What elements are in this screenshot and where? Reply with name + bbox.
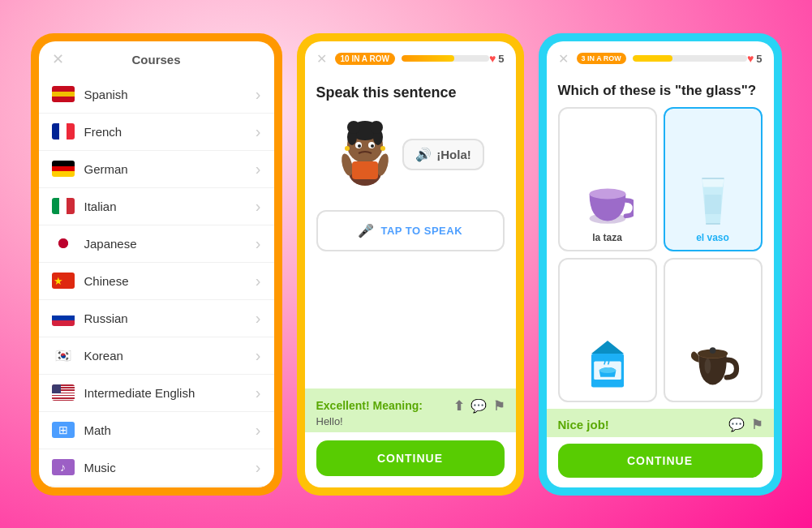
feedback-text: Hello! [316,415,505,427]
course-item-russian[interactable]: Russian› [39,300,274,337]
flag-germany [52,161,75,177]
svg-point-5 [347,121,360,134]
share-icon[interactable]: ⬆ [453,398,464,414]
speak-streak-badge: 10 IN A ROW [335,53,395,65]
chevron-right-icon: › [256,346,261,365]
course-item-chinese[interactable]: Chinese› [39,263,274,300]
microphone-icon: 🎤 [358,223,375,238]
quiz-panel-inner: ✕ 3 IN A ROW ♥ 5 Which of these is "the … [547,41,774,487]
speech-text: ¡Hola! [436,148,471,161]
course-list: Spanish›French›German›Italian›Japanese›C… [39,73,274,487]
tap-to-speak-button[interactable]: 🎤 TAP TO SPEAK [316,210,505,251]
speak-continue-button[interactable]: CONTINUE [316,440,505,476]
comment-icon[interactable]: 💬 [470,398,487,414]
speech-bubble: 🔊 ¡Hola! [402,139,484,170]
flag-korea: 🇰🇷 [52,347,75,363]
chevron-right-icon: › [256,384,261,402]
course-name-label: Russian [84,311,256,325]
quiz-streak-badge: 3 IN A ROW [577,53,626,64]
speak-progress-bar-bg [402,55,489,62]
flag-math: ⊞ [52,422,75,438]
courses-panel-inner: ✕ Courses Spanish›French›German›Italian›… [39,41,274,487]
course-name-label: Music [84,461,256,474]
chevron-right-icon: › [256,160,261,178]
chevron-right-icon: › [256,122,261,141]
course-name-label: Math [84,423,256,437]
quiz-question: Which of these is "the glass"? [547,76,774,107]
speak-progress-wrap: 10 IN A ROW [335,53,489,65]
option-glass-label: el vaso [696,232,729,243]
course-item-music[interactable]: ♪Music› [39,449,274,487]
quiz-flag-icon[interactable]: ⚑ [751,417,763,432]
course-name-label: French [84,125,256,139]
speak-title: Speak this sentence [305,76,516,106]
quiz-top: ✕ 3 IN A ROW ♥ 5 [547,41,774,76]
chevron-right-icon: › [256,85,261,104]
course-item-german[interactable]: German› [39,151,274,188]
quiz-bar-fill [633,55,672,62]
courses-title: Courses [131,53,180,67]
svg-point-10 [371,144,374,148]
course-name-label: German [84,162,256,176]
quiz-bar-bg [633,55,747,62]
course-item-spanish[interactable]: Spanish› [39,76,274,114]
quiz-option-pot[interactable] [664,258,763,402]
feedback-title: Excellent! Meaning: ⬆ 💬 ⚑ [316,398,505,414]
speak-top: ✕ 10 IN A ROW ♥ 5 [305,41,516,76]
flag-icon[interactable]: ⚑ [493,398,505,414]
option-cup-label: la taza [592,232,622,243]
svg-point-21 [599,367,616,372]
speak-spacer [305,258,516,388]
courses-header: ✕ Courses [39,41,274,73]
quiz-option-carton[interactable] [558,258,657,402]
close-icon[interactable]: ✕ [52,50,64,68]
quiz-option-cup[interactable]: la taza [558,107,657,251]
course-name-label: Korean [84,349,256,363]
quiz-close-row: ✕ 3 IN A ROW ♥ 5 [558,51,763,67]
flag-usa [52,384,75,401]
courses-panel: ✕ Courses Spanish›French›German›Italian›… [31,33,282,496]
course-item-intermediate-english[interactable]: Intermediate English› [39,375,274,412]
speak-close-icon[interactable]: ✕ [316,51,327,67]
flag-japan [52,235,75,251]
quiz-heart-row: ♥ 5 [747,52,763,65]
speaker-icon[interactable]: 🔊 [415,147,432,162]
course-name-label: Italian [84,200,256,213]
flag-italy [52,198,75,214]
course-name-label: Japanese [84,237,256,251]
quiz-continue-button[interactable]: CONTINUE [558,444,763,478]
svg-rect-13 [352,161,378,179]
quiz-feedback: Nice job! 💬 ⚑ [547,409,774,437]
chevron-right-icon: › [256,234,261,253]
course-item-french[interactable]: French› [39,114,274,151]
course-item-korean[interactable]: 🇰🇷Korean› [39,337,274,375]
speak-panel: ✕ 10 IN A ROW ♥ 5 Speak this sentence [297,33,524,496]
quiz-heart-icon: ♥ [747,52,754,65]
course-name-label: Intermediate English [84,386,256,400]
quiz-close-icon[interactable]: ✕ [558,51,569,67]
svg-point-15 [380,146,385,151]
speak-feedback: Excellent! Meaning: ⬆ 💬 ⚑ Hello! [305,388,516,432]
course-item-italian[interactable]: Italian› [39,188,274,225]
quiz-feedback-icons: 💬 ⚑ [728,417,763,432]
flag-france [52,123,75,140]
quiz-options-grid: la taza el vaso [547,107,774,402]
flag-music: ♪ [52,459,75,475]
heart-icon: ♥ [489,52,496,65]
speak-progress-bar-fill [402,55,454,62]
course-item-math[interactable]: ⊞Math› [39,412,274,449]
course-name-label: Chinese [84,274,256,288]
quiz-heart-count: 5 [756,53,762,65]
speak-heart-row: ♥ 5 [489,52,505,65]
quiz-comment-icon[interactable]: 💬 [728,417,745,432]
chevron-right-icon: › [256,458,261,477]
flag-russia [52,310,75,326]
speak-heart-count: 5 [498,53,504,65]
quiz-option-glass[interactable]: el vaso [664,107,763,251]
character-illustration [336,114,394,195]
speak-panel-inner: ✕ 10 IN A ROW ♥ 5 Speak this sentence [305,41,516,487]
course-item-japanese[interactable]: Japanese› [39,225,274,263]
tap-to-speak-label: TAP TO SPEAK [380,225,462,237]
svg-point-9 [358,144,361,148]
quiz-feedback-title: Nice job! 💬 ⚑ [558,417,763,432]
